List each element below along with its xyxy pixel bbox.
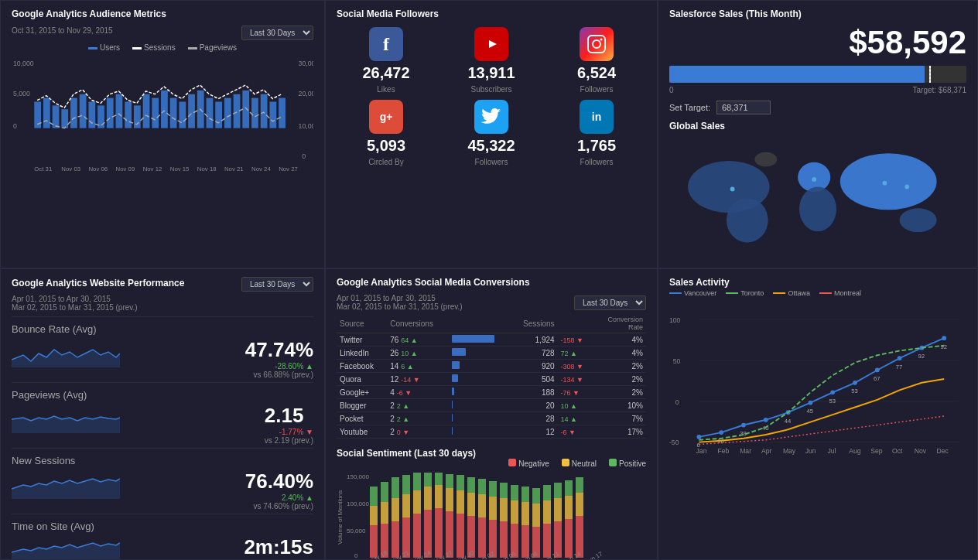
svg-rect-101 <box>478 517 486 558</box>
svg-text:0: 0 <box>354 552 358 559</box>
svg-rect-78 <box>392 498 399 521</box>
social-conv-title: Google Analytics Social Media Conversion… <box>337 277 530 288</box>
social-conv-dropdown[interactable]: Last 30 Days <box>574 295 646 310</box>
social-conv-date: Apr 01, 2015 to Apr 30, 2015 <box>337 294 463 302</box>
svg-rect-112 <box>511 485 518 500</box>
svg-text:10,000: 10,000 <box>13 60 34 67</box>
ga-audience-title: Google Analytics Audience Metrics <box>12 9 166 19</box>
svg-rect-26 <box>188 94 195 128</box>
svg-rect-102 <box>478 494 486 517</box>
pageviews-avg-value: 2.15 <box>265 404 313 428</box>
time-on-site-title: Time on Site (Avg) <box>12 521 313 532</box>
svg-rect-10 <box>43 98 50 128</box>
svg-rect-28 <box>207 98 214 128</box>
svg-rect-13 <box>70 98 77 128</box>
svg-text:Nov 15: Nov 15 <box>170 166 190 172</box>
svg-point-60 <box>812 177 816 182</box>
ga-performance-panel: Google Analytics Website Performance Las… <box>0 268 325 560</box>
twitter-icon <box>474 100 508 134</box>
legend-toronto: Toronto <box>740 289 764 297</box>
svg-rect-123 <box>554 498 562 521</box>
svg-rect-90 <box>435 485 443 508</box>
svg-text:92: 92 <box>918 353 925 360</box>
sales-activity-legend: Vancouver Toronto Ottawa Montreal <box>669 289 966 297</box>
svg-point-159 <box>898 356 902 360</box>
svg-rect-97 <box>457 475 464 490</box>
ga-performance-title: Google Analytics Website Performance <box>12 278 184 289</box>
svg-rect-35 <box>269 102 276 128</box>
svg-rect-49 <box>588 36 605 53</box>
svg-text:Nov 03: Nov 03 <box>61 166 80 172</box>
svg-rect-103 <box>478 479 486 494</box>
svg-point-56 <box>840 153 937 210</box>
ga-perf-date: Apr 01, 2015 to Apr 30, 2015 <box>12 295 111 303</box>
sales-activity-title: Sales Activity <box>669 277 730 288</box>
target-label: Set Target: <box>669 103 710 112</box>
table-row: Youtube 2 0 ▼ 12 -6 ▼ 17% <box>337 425 646 439</box>
linkedin-label: Followers <box>580 158 614 166</box>
svg-point-50 <box>593 40 600 48</box>
svg-rect-82 <box>402 475 410 494</box>
instagram-count: 6,524 <box>577 64 616 82</box>
bounce-rate-change: -28.60% ▲ vs 66.88% (prev.) <box>245 362 313 379</box>
ga-audience-panel: Google Analytics Audience Metrics Oct 31… <box>0 0 325 268</box>
table-row: Pocket 2 2 ▲ 28 14 ▲ 7% <box>337 412 646 425</box>
twitter-item: 45,322 Followers <box>442 100 541 166</box>
col-bar <box>449 314 510 333</box>
target-input[interactable] <box>716 101 771 114</box>
svg-rect-84 <box>413 490 421 514</box>
global-sales-map <box>669 136 966 260</box>
svg-text:10,000: 10,000 <box>298 122 313 130</box>
new-sessions-block: New Sessions 76.40% 2.40% ▲ vs 74.60% (p… <box>12 448 313 514</box>
svg-rect-93 <box>446 488 453 511</box>
svg-rect-15 <box>88 102 95 128</box>
table-row: Blogger 2 2 ▲ 20 10 ▲ 10% <box>337 399 646 412</box>
facebook-item: f 26,472 Likes <box>337 27 436 94</box>
svg-rect-99 <box>467 493 475 516</box>
col-sess-delta <box>558 314 594 333</box>
svg-rect-83 <box>413 514 421 558</box>
ga-audience-chart: 10,000 5,000 0 30,000 20,000 10,000 0 Us… <box>12 55 313 179</box>
svg-text:Nov: Nov <box>915 447 927 455</box>
svg-rect-18 <box>116 94 123 128</box>
svg-rect-21 <box>143 94 150 128</box>
svg-text:Oct: Oct <box>892 447 903 455</box>
col-rate: ConversionRate <box>594 314 646 333</box>
svg-text:100,000: 100,000 <box>347 500 369 507</box>
svg-rect-32 <box>242 90 249 128</box>
time-on-site-value: 2m:15s <box>244 535 313 559</box>
svg-point-53 <box>727 198 768 243</box>
svg-rect-108 <box>500 498 508 521</box>
svg-rect-96 <box>457 490 464 514</box>
linkedin-icon: in <box>580 100 614 134</box>
bounce-rate-title: Bounce Rate (Avg) <box>12 323 313 335</box>
svg-rect-76 <box>381 482 388 502</box>
svg-rect-29 <box>215 102 222 128</box>
svg-rect-130 <box>576 477 583 493</box>
ga-performance-dropdown[interactable]: Last 30 Days <box>241 277 313 292</box>
svg-text:-50: -50 <box>669 439 679 446</box>
svg-rect-22 <box>152 98 159 128</box>
svg-rect-125 <box>565 519 573 558</box>
bounce-rate-value: 47.74% <box>245 338 313 362</box>
svg-text:0: 0 <box>302 152 306 160</box>
svg-point-61 <box>883 181 887 186</box>
pageviews-avg-change: -1.77% ▼ vs 2.19 (prev.) <box>265 428 313 445</box>
social-conversions-panel: Google Analytics Social Media Conversion… <box>325 268 658 560</box>
sentiment-title: Social Sentiment (Last 30 days) <box>337 448 476 459</box>
col-source: Source <box>337 314 387 333</box>
svg-text:53: 53 <box>851 388 858 394</box>
svg-rect-17 <box>107 98 114 128</box>
global-sales-title: Global Sales <box>669 121 725 131</box>
sales-activity-chart: 100 50 0 -50 6 26 38 40 44 45 <box>669 300 966 532</box>
svg-rect-75 <box>381 502 388 524</box>
new-sessions-title: New Sessions <box>12 455 313 466</box>
svg-text:50,000: 50,000 <box>347 528 366 534</box>
svg-rect-87 <box>424 487 432 510</box>
ga-audience-dropdown[interactable]: Last 30 Days <box>241 26 313 40</box>
sales-map-panel: Sales Activity Vancouver Toronto Ottawa … <box>658 268 978 560</box>
youtube-icon <box>474 27 508 61</box>
svg-text:50: 50 <box>673 357 681 365</box>
svg-text:Jun: Jun <box>805 447 816 455</box>
social-followers-panel: Social Media Followers f 26,472 Likes 13… <box>325 0 658 268</box>
